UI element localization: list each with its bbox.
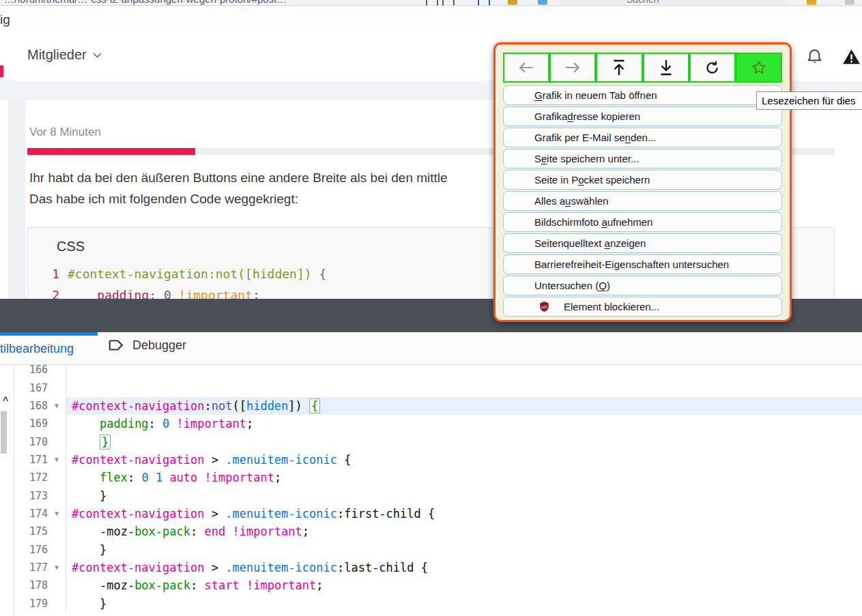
line-number[interactable]: 166 xyxy=(14,365,48,376)
menu-icon[interactable] xyxy=(845,0,854,5)
post-left-rail xyxy=(8,100,25,299)
code-text: #context-navigation > .menuitem-iconic { xyxy=(66,451,862,469)
line-number[interactable]: 170 xyxy=(14,436,48,448)
context-menu-item-view-page-source[interactable]: Seitenquelltext anzeigen xyxy=(503,233,782,253)
extension-icon-3[interactable] xyxy=(538,0,547,5)
nav-mitglieder-label: Mitglieder xyxy=(27,47,87,63)
code-line-167[interactable]: 167 xyxy=(14,379,862,396)
scroll-up-icon[interactable]: ^ xyxy=(3,395,8,406)
style-editor: ^ 166167168▼#context-navigation:not([hid… xyxy=(0,365,862,616)
reader-view-icon[interactable] xyxy=(426,0,438,6)
context-menu-item-block-element[interactable]: uOElement blockieren... xyxy=(503,297,782,317)
scrollbar-thumb[interactable] xyxy=(1,411,7,454)
code-text: #context-navigation > .menuitem-iconic:l… xyxy=(66,559,862,576)
browser-urlbar-sliver: …/forum/thema/…-css-i2-anpassungen-wegen… xyxy=(0,0,862,6)
line-number[interactable]: 179 xyxy=(14,598,48,610)
code-line-171[interactable]: 171▼#context-navigation > .menuitem-icon… xyxy=(14,451,862,469)
code-line-177[interactable]: 177▼#context-navigation > .menuitem-icon… xyxy=(14,559,862,576)
post-timestamp[interactable]: Vor 8 Minuten xyxy=(29,126,101,139)
code-line-174[interactable]: 174▼#context-navigation > .menuitem-icon… xyxy=(14,505,862,523)
extension-icon-4[interactable] xyxy=(807,0,816,5)
code-text: } xyxy=(66,540,862,558)
warning-icon[interactable] xyxy=(842,48,861,66)
bookmark-button[interactable] xyxy=(736,53,782,83)
menu-item-label: Alles auswählen xyxy=(534,195,608,207)
tab-debugger[interactable]: Debugger xyxy=(108,338,186,353)
reload-button[interactable] xyxy=(689,53,736,83)
context-menu-item-email-image[interactable]: Grafik per E-Mail senden... xyxy=(503,128,782,147)
code-line-178[interactable]: 178 -moz-box-pack: start !important; xyxy=(14,576,862,594)
tab-stilbearbeitung-label: tilbearbeitung xyxy=(0,342,74,355)
line-number[interactable]: 175 xyxy=(14,525,48,538)
line-number[interactable]: 169 xyxy=(14,417,48,430)
line-number[interactable]: 178 xyxy=(14,579,48,591)
menu-item-label: Seite in Pocket speichern xyxy=(534,174,650,186)
search-placeholder: Suchen xyxy=(627,0,659,5)
urlbar-text[interactable]: …/forum/thema/…-css-i2-anpassungen-wegen… xyxy=(4,0,287,5)
editor-left-rail: ^ xyxy=(0,365,14,616)
line-number[interactable]: 174 xyxy=(14,508,48,520)
nav-mitglieder[interactable]: Mitglieder xyxy=(27,47,102,63)
ublock-shield-icon: uO xyxy=(539,301,549,312)
context-menu-item-inspect-element[interactable]: Untersuchen (Q) xyxy=(503,276,782,295)
context-menu-item-save-to-pocket[interactable]: Seite in Pocket speichern xyxy=(503,170,782,190)
bookmarks-bar: ig xyxy=(0,6,862,32)
urlbar-bookmark-star-icon[interactable] xyxy=(442,0,455,6)
fold-arrow-icon[interactable]: ▼ xyxy=(48,563,66,571)
code-text: flex: 0 1 auto !important; xyxy=(66,469,862,486)
tab-stilbearbeitung[interactable]: tilbearbeitung xyxy=(0,342,74,356)
context-menu-item-inspect-accessibility[interactable]: Barrierefreiheit-Eigenschaften untersuch… xyxy=(503,254,782,274)
context-menu-item-open-image-new-tab[interactable]: Grafik in neuem Tab öffnen xyxy=(503,85,782,105)
code-line-168[interactable]: 168▼#context-navigation:not([hidden]) { xyxy=(14,397,862,415)
context-menu-item-save-page-as[interactable]: Seite speichern unter... xyxy=(503,149,782,168)
code-line-166[interactable]: 166 xyxy=(14,365,862,379)
line-number[interactable]: 171 xyxy=(14,454,48,466)
line-number[interactable]: 172 xyxy=(14,471,48,484)
tag-icon xyxy=(108,338,125,353)
extension-icon-1[interactable] xyxy=(478,0,490,6)
context-menu-item-take-screenshot[interactable]: Bildschirmfoto aufnehmen xyxy=(503,212,782,232)
star-icon xyxy=(751,59,767,76)
forward-button[interactable] xyxy=(549,53,596,83)
context-menu-items: Grafik in neuem Tab öffnenGrafikadresse … xyxy=(503,85,782,317)
line-number[interactable]: 176 xyxy=(14,544,48,556)
bell-icon[interactable] xyxy=(805,48,824,66)
page-code-line-number: 1 xyxy=(28,267,59,281)
code-line-175[interactable]: 175 -moz-box-pack: end !important; xyxy=(14,523,862,540)
line-number[interactable]: 167 xyxy=(14,382,48,394)
scroll-to-top-button[interactable] xyxy=(596,53,642,83)
code-text: padding: 0 !important; xyxy=(66,415,862,432)
fold-arrow-icon[interactable]: ▼ xyxy=(48,456,66,463)
bookmark-item[interactable]: ig xyxy=(0,12,10,27)
code-line-169[interactable]: 169 padding: 0 !important; xyxy=(14,415,862,432)
screen: …/forum/thema/…-css-i2-anpassungen-wegen… xyxy=(0,0,862,616)
search-field[interactable]: Suchen xyxy=(561,0,786,5)
context-menu-item-copy-image-address[interactable]: Grafikadresse kopieren xyxy=(503,106,782,126)
post-paragraph-2: Das habe ich mit folgenden Code weggekri… xyxy=(29,192,298,207)
line-number[interactable]: 177 xyxy=(14,561,48,574)
code-line-173[interactable]: 173 } xyxy=(14,486,862,504)
save-page-button[interactable] xyxy=(643,53,689,83)
arrow-to-top-icon xyxy=(611,59,627,76)
back-button[interactable] xyxy=(503,53,549,83)
code-line-179[interactable]: 179 } xyxy=(14,594,862,612)
code-line-176[interactable]: 176 } xyxy=(14,540,862,558)
menu-item-label: Element blockieren... xyxy=(564,301,659,312)
context-menu-item-select-all[interactable]: Alles auswählen xyxy=(503,191,782,211)
page-code-text: #context-navigation:not([hidden]) { xyxy=(59,267,326,281)
fold-arrow-icon[interactable]: ▼ xyxy=(48,510,66,517)
post-paragraph-1: Ihr habt da bei den äußeren Buttons eine… xyxy=(29,171,448,186)
code-text: } xyxy=(66,594,862,612)
extension-icon-2[interactable] xyxy=(508,0,517,5)
menu-item-label: Bildschirmfoto aufnehmen xyxy=(534,216,652,228)
code-text: -moz-box-pack: end !important; xyxy=(66,523,862,540)
menu-item-label: Seite speichern unter... xyxy=(534,153,639,164)
line-number[interactable]: 168 xyxy=(14,400,48,412)
line-number[interactable]: 173 xyxy=(14,490,48,502)
code-line-172[interactable]: 172 flex: 0 1 auto !important; xyxy=(14,469,862,486)
menu-item-label: Grafikadresse kopieren xyxy=(534,111,640,122)
code-line-170[interactable]: 170 } xyxy=(14,432,862,450)
fold-arrow-icon[interactable]: ▼ xyxy=(48,402,66,409)
code-text xyxy=(66,379,862,396)
svg-text:uO: uO xyxy=(541,304,547,309)
